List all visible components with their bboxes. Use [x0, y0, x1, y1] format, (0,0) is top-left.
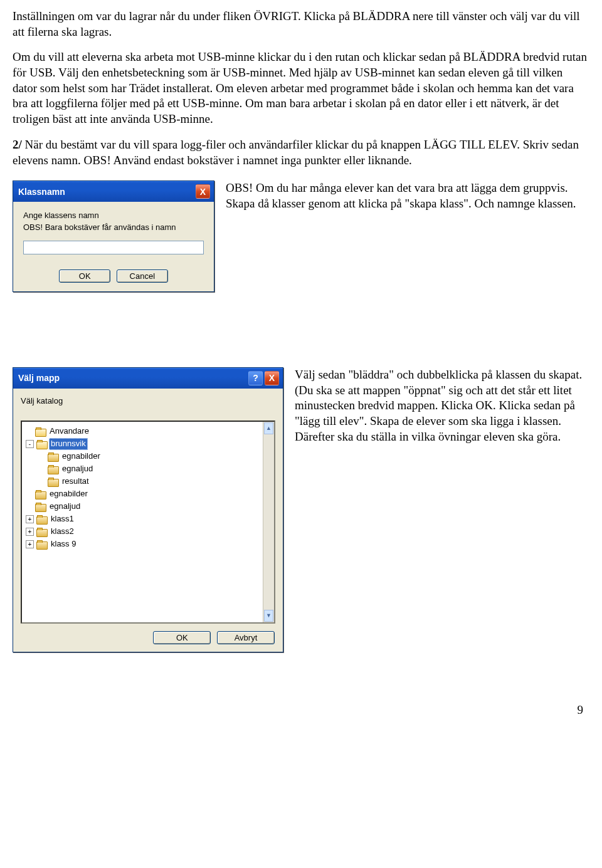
- classname-input[interactable]: [23, 241, 204, 254]
- tree-node-label[interactable]: egnaljud: [60, 463, 95, 475]
- toggle-spacer: [26, 503, 33, 510]
- toggle-spacer: [26, 428, 33, 435]
- tree-node[interactable]: -brunnsvik: [26, 438, 263, 451]
- tree-node[interactable]: egnaljud: [26, 501, 263, 513]
- folder-icon: [48, 452, 58, 461]
- tree-node[interactable]: egnaljud: [26, 463, 263, 476]
- scroll-down-icon[interactable]: ▼: [264, 610, 273, 622]
- paragraph-2: Om du vill att eleverna ska arbeta mot U…: [13, 50, 589, 127]
- dialog2-subtitle: Välj katalog: [21, 396, 275, 407]
- tree-node-label[interactable]: resultat: [60, 476, 91, 488]
- toggle-spacer: [38, 478, 45, 485]
- tree-node[interactable]: egnabilder: [26, 451, 263, 463]
- tree-node-label[interactable]: klass1: [49, 513, 76, 525]
- folder-icon: [36, 440, 46, 448]
- ok-button[interactable]: OK: [153, 631, 211, 644]
- cancel-button[interactable]: Cancel: [117, 269, 168, 283]
- scroll-up-icon[interactable]: ▲: [264, 422, 273, 434]
- paragraph-1: Inställningen om var du lagrar når du un…: [13, 9, 589, 39]
- close-icon[interactable]: X: [196, 184, 210, 199]
- dialog2-titlebar[interactable]: Välj mapp ? X: [13, 368, 283, 389]
- tree-node-label[interactable]: egnabilder: [48, 488, 90, 500]
- tree-node[interactable]: Anvandare: [26, 426, 263, 438]
- valj-mapp-dialog: Välj mapp ? X Välj katalog Anvandare-bru…: [13, 367, 283, 652]
- close-icon[interactable]: X: [265, 371, 279, 385]
- dialog-label-2: OBS! Bara bokstäver får användas i namn: [23, 222, 204, 233]
- tree-node-label[interactable]: egnabilder: [60, 451, 102, 463]
- expand-icon[interactable]: +: [26, 515, 34, 523]
- folder-icon: [36, 540, 46, 548]
- folder-icon: [35, 490, 45, 498]
- help-icon[interactable]: ?: [248, 371, 263, 385]
- tree-node[interactable]: +klass 9: [26, 538, 263, 551]
- tree-node[interactable]: +klass1: [26, 513, 263, 526]
- folder-icon: [36, 515, 46, 523]
- tree-node[interactable]: +klass2: [26, 526, 263, 538]
- dialog-titlebar[interactable]: Klassnamn X: [13, 181, 214, 202]
- ok-button[interactable]: OK: [59, 269, 110, 283]
- tree-node[interactable]: resultat: [26, 476, 263, 488]
- folder-icon: [48, 465, 58, 473]
- dialog-label-1: Ange klassens namn: [23, 211, 204, 221]
- tree-node-label[interactable]: egnaljud: [48, 501, 82, 513]
- obs-side-text: OBS! Om du har många elever kan det vara…: [226, 180, 589, 211]
- expand-icon[interactable]: +: [26, 540, 34, 548]
- tree-node-label[interactable]: Anvandare: [48, 426, 91, 437]
- toggle-spacer: [38, 453, 45, 460]
- map-side-text: Välj sedan "bläddra" och dubbelklicka på…: [295, 367, 589, 444]
- toggle-spacer: [26, 491, 33, 498]
- scrollbar[interactable]: ▲ ▼: [263, 422, 274, 622]
- dialog-title: Klassnamn: [18, 186, 65, 197]
- folder-icon: [35, 503, 45, 511]
- tree-node[interactable]: egnabilder: [26, 488, 263, 501]
- folder-icon: [48, 478, 58, 486]
- folder-icon: [35, 427, 45, 436]
- folder-icon: [36, 528, 46, 536]
- tree-node-label[interactable]: klass2: [49, 526, 76, 538]
- folder-tree[interactable]: Anvandare-brunnsvikegnabilderegnaljudres…: [21, 421, 275, 624]
- collapse-icon[interactable]: -: [26, 440, 34, 448]
- tree-node-label[interactable]: brunnsvik: [49, 438, 88, 450]
- paragraph-3: 2/ 2/ När du bestämt var du vill spara l…: [13, 137, 589, 168]
- tree-node-label[interactable]: klass 9: [49, 538, 78, 550]
- dialog2-title: Välj mapp: [18, 372, 60, 384]
- page-number: 9: [13, 703, 589, 718]
- cancel-button[interactable]: Avbryt: [217, 631, 275, 644]
- klassnamn-dialog: Klassnamn X Ange klassens namn OBS! Bara…: [13, 180, 214, 292]
- toggle-spacer: [38, 466, 45, 473]
- expand-icon[interactable]: +: [26, 528, 34, 536]
